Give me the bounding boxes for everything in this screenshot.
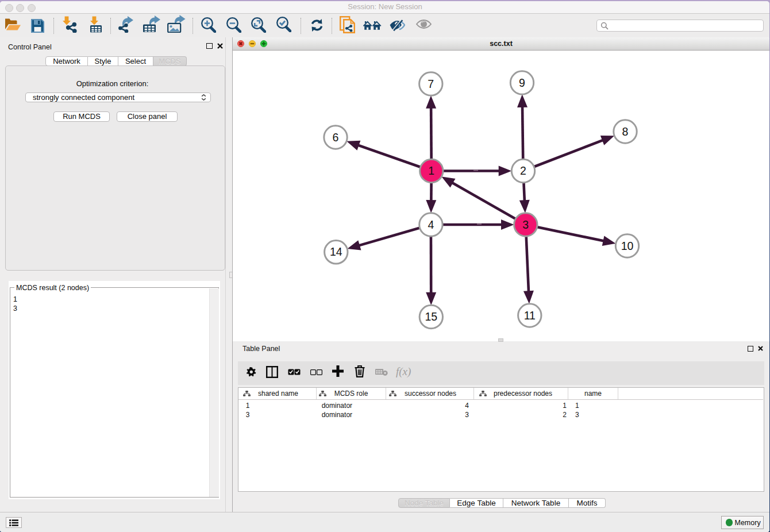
svg-text:11: 11 xyxy=(524,309,536,322)
svg-text:10: 10 xyxy=(621,240,634,252)
svg-text:1: 1 xyxy=(428,164,434,177)
svg-text:7: 7 xyxy=(428,78,434,90)
svg-text:6: 6 xyxy=(333,131,339,144)
svg-text:2: 2 xyxy=(520,164,526,177)
svg-text:14: 14 xyxy=(330,245,342,258)
svg-text:3: 3 xyxy=(522,218,529,231)
svg-text:8: 8 xyxy=(622,125,629,138)
svg-text:15: 15 xyxy=(425,310,437,323)
svg-text:4: 4 xyxy=(428,218,434,231)
svg-text:9: 9 xyxy=(519,76,525,89)
